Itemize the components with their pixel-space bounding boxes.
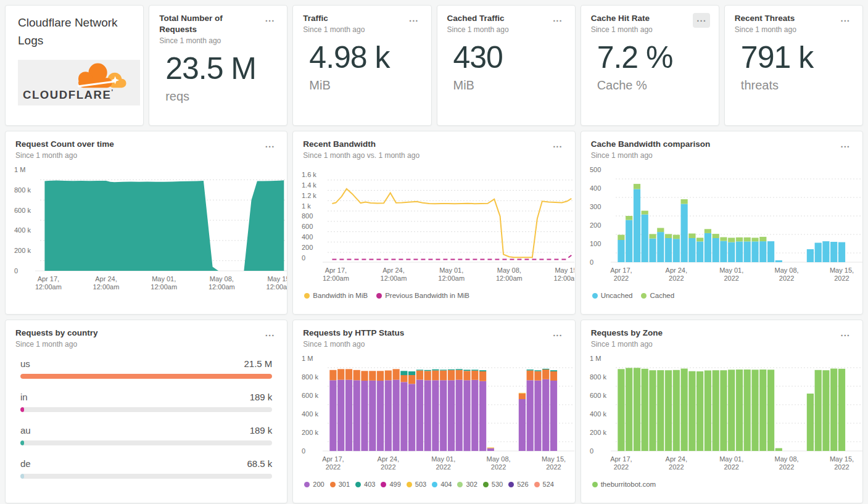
svg-text:May 08,: May 08, — [774, 266, 798, 274]
svg-text:1 k: 1 k — [302, 202, 311, 210]
svg-text:400 k: 400 k — [302, 410, 318, 418]
panel-brand: Cloudflare Network Logs CLOUDFLARE' — [5, 5, 144, 126]
svg-text:400 k: 400 k — [590, 410, 606, 418]
svg-text:2022: 2022 — [613, 463, 628, 471]
svg-text:May 08,: May 08, — [487, 455, 511, 463]
country-row[interactable]: de68.5 k — [20, 458, 272, 479]
svg-text:2022: 2022 — [724, 463, 738, 471]
cache-bandwidth-chart[interactable]: 5004003002001000Apr 17,2022Apr 24,2022Ma… — [581, 163, 862, 288]
legend-item[interactable]: 404 — [432, 481, 452, 488]
panel-cached-traffic: Cached Traffic Since 1 month ago ... 430… — [437, 5, 576, 126]
panel-subtitle: Since 1 month ago vs. 1 month ago — [303, 151, 420, 160]
svg-text:0: 0 — [14, 267, 18, 275]
svg-text:May 15,: May 15, — [555, 266, 575, 274]
svg-text:Apr 24,: Apr 24, — [378, 455, 399, 463]
legend-item[interactable]: Cached — [641, 292, 674, 299]
svg-text:200 k: 200 k — [590, 429, 606, 436]
panel-menu-button[interactable]: ... — [837, 328, 854, 342]
panel-menu-button[interactable]: ... — [262, 328, 279, 342]
panel-total-requests: Total Number of Requests Since 1 month a… — [149, 5, 287, 126]
panel-subtitle: Since 1 month ago — [447, 25, 509, 34]
legend-dot-icon — [330, 482, 336, 487]
panel-menu-button[interactable]: ... — [549, 139, 566, 154]
country-label: de — [20, 458, 31, 469]
panel-menu-button[interactable]: ... — [837, 13, 854, 28]
request-count-chart[interactable]: 1 M800 k600 k400 k200 k0Apr 17,12:00amAp… — [6, 163, 287, 297]
svg-text:2022: 2022 — [834, 463, 849, 471]
legend-item[interactable]: theburritobot.com — [592, 481, 656, 488]
dashboard-title: Cloudflare Network Logs — [6, 6, 143, 49]
country-bar-fill — [20, 474, 24, 479]
zone-chart[interactable]: 1 M800 k600 k400 k200 k0Apr 17,2022Apr 2… — [581, 352, 862, 477]
country-row[interactable]: au189 k — [20, 425, 272, 445]
stat-value: 430 — [453, 40, 575, 76]
legend-item[interactable]: Previous Bandwidth in MiB — [376, 292, 469, 299]
legend-item[interactable]: 524 — [534, 481, 554, 488]
cloudflare-cloud-icon — [52, 61, 139, 89]
panel-menu-button[interactable]: ... — [262, 13, 279, 28]
svg-text:2022: 2022 — [669, 275, 684, 282]
country-bar-list: us21.5 Min189 kau189 kde68.5 k — [6, 349, 287, 479]
svg-text:12:00am: 12:00am — [554, 275, 574, 282]
panel-title: Cache Hit Rate — [591, 13, 653, 24]
legend-item[interactable]: 530 — [483, 481, 503, 488]
legend-item[interactable]: 301 — [330, 481, 350, 488]
svg-text:1 M: 1 M — [302, 355, 313, 362]
panel-subtitle: Since 1 month ago — [15, 340, 98, 349]
panel-subtitle: Since 1 month ago — [303, 25, 365, 34]
svg-text:12:00am: 12:00am — [439, 275, 465, 282]
panel-menu-button[interactable]: ... — [693, 13, 710, 28]
svg-text:2022: 2022 — [779, 275, 794, 282]
panel-subtitle: Since 1 month ago — [735, 25, 796, 34]
country-row[interactable]: us21.5 M — [20, 358, 272, 379]
svg-text:Apr 24,: Apr 24, — [383, 266, 405, 274]
svg-text:400: 400 — [302, 233, 313, 241]
svg-text:May 01,: May 01, — [439, 266, 463, 274]
panel-menu-button[interactable]: ... — [549, 328, 566, 342]
legend-dot-icon — [483, 482, 489, 487]
legend-item[interactable]: 499 — [381, 481, 400, 488]
svg-text:0: 0 — [590, 258, 593, 266]
panel-cache-bandwidth: Cache Bandwidth comparison Since 1 month… — [581, 131, 863, 315]
panel-traffic: Traffic Since 1 month ago ... 4.98 k MiB — [292, 5, 431, 126]
svg-text:May 01,: May 01, — [431, 455, 455, 463]
svg-text:12:00am: 12:00am — [151, 283, 177, 291]
svg-text:May 01,: May 01, — [719, 455, 743, 463]
panel-http-status: Requests by HTTP Status Since 1 month ag… — [292, 320, 575, 503]
panel-title: Traffic — [303, 13, 365, 24]
panel-menu-button[interactable]: ... — [837, 139, 854, 154]
country-bar-fill — [20, 440, 24, 445]
panel-menu-button[interactable]: ... — [405, 13, 423, 28]
svg-text:0: 0 — [590, 447, 593, 455]
svg-text:12:00am: 12:00am — [267, 283, 287, 291]
svg-text:1.4 k: 1.4 k — [302, 181, 316, 189]
svg-text:800 k: 800 k — [590, 373, 606, 381]
panel-recent-threats: Recent Threats Since 1 month ago ... 791… — [724, 5, 863, 126]
panel-subtitle: Since 1 month ago — [591, 340, 663, 349]
country-value: 21.5 M — [244, 358, 272, 369]
panel-menu-button[interactable]: ... — [549, 13, 566, 28]
svg-text:0: 0 — [302, 447, 305, 455]
svg-text:800 k: 800 k — [302, 373, 318, 381]
panel-request-count: Request Count over time Since 1 month ag… — [5, 131, 287, 315]
country-row[interactable]: in189 k — [20, 392, 272, 412]
legend-item[interactable]: Uncached — [592, 292, 633, 299]
legend-dot-icon — [457, 482, 463, 487]
panel-menu-button[interactable]: ... — [262, 139, 279, 154]
panel-title: Total Number of Requests — [159, 13, 262, 35]
legend-item[interactable]: Bandwidth in MiB — [304, 292, 368, 299]
svg-text:2022: 2022 — [547, 463, 561, 471]
panel-title: Requests by country — [15, 328, 98, 339]
svg-text:2022: 2022 — [326, 463, 341, 471]
svg-text:400 k: 400 k — [14, 227, 31, 234]
legend-item[interactable]: 526 — [508, 481, 528, 488]
legend-item[interactable]: 200 — [304, 481, 324, 488]
recent-bandwidth-chart[interactable]: 1.6 k1.4 k1.2 k1 k8006004002000Apr 17,12… — [293, 163, 574, 288]
http-status-chart[interactable]: 1 M800 k600 k400 k200 k0Apr 17,2022Apr 2… — [293, 352, 574, 477]
legend-item[interactable]: 302 — [457, 481, 477, 488]
svg-text:1 M: 1 M — [590, 355, 601, 362]
legend-item[interactable]: 403 — [355, 481, 375, 488]
country-bar-track — [20, 440, 272, 445]
svg-text:200 k: 200 k — [302, 429, 318, 436]
legend-item[interactable]: 503 — [407, 481, 426, 488]
